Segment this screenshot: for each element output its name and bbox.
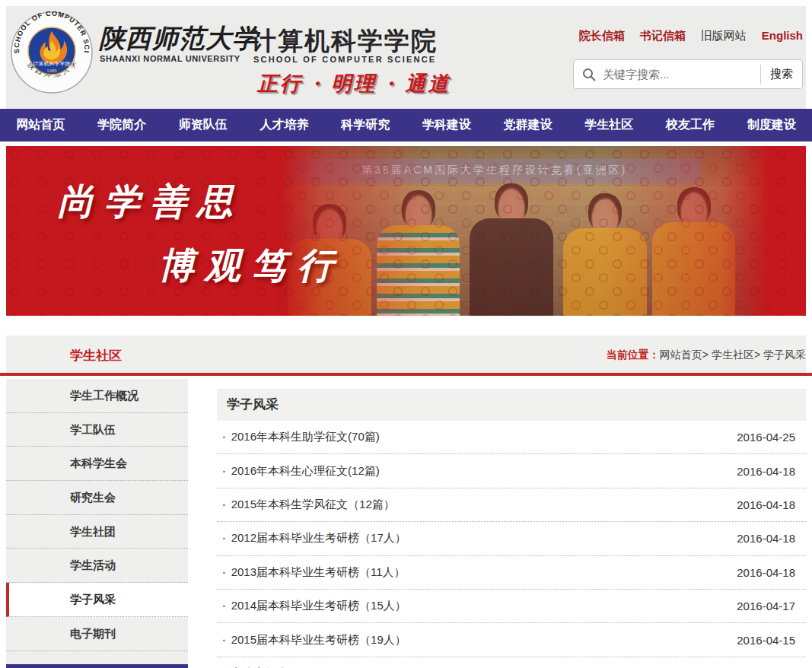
sidebar-bottom-bar (6, 664, 188, 668)
search-icon (581, 67, 597, 82)
nav-item[interactable]: 师资队伍 (162, 109, 244, 142)
site-header: SCHOOL OF COMPUTER SCIENCE 陕西师范大学 计算机科学学… (6, 6, 806, 109)
article-title[interactable]: 2015届本科毕业生考研榜（19人） (231, 633, 406, 647)
nav-item[interactable]: 科学研究 (325, 109, 406, 142)
nav-item[interactable]: 学科建设 (406, 109, 488, 142)
sidebar-item[interactable]: 学子风采 (6, 583, 188, 617)
bullet-icon: · (221, 563, 227, 581)
breadcrumb[interactable]: 当前位置：网站首页> 学生社区> 学子风采 (607, 348, 806, 362)
sidebar-item[interactable]: 本科学生会 (6, 447, 188, 481)
article-row[interactable]: · 2013届本科毕业生考研榜（11人） 2016-04-18 (217, 556, 806, 590)
nav-item[interactable]: 制度建设 (731, 109, 812, 142)
article-title[interactable]: 2015年本科生学风征文（12篇） (231, 498, 395, 512)
article-title[interactable]: 2016年本科生心理征文(12篇) (231, 464, 380, 479)
sidebar-menu: 学生工作概况学工队伍本科学生会研究生会学生社团学生活动学子风采电子期刊 (6, 379, 188, 668)
breadcrumb-label: 当前位置： (607, 348, 660, 361)
student-figure (563, 193, 647, 316)
nav-item[interactable]: 学生社区 (568, 109, 650, 142)
top-links: 院长信箱 书记信箱 旧版网站 English (579, 29, 803, 43)
search-input[interactable] (597, 68, 760, 81)
article-date: 2016-04-18 (737, 566, 806, 579)
nav-item[interactable]: 人才培养 (244, 109, 325, 142)
article-date: 2016-04-18 (737, 532, 806, 545)
university-name-en: SHAANXI NORMAL UNIVERSITY (100, 54, 240, 63)
article-list: · 2016年本科生助学征文(70篇) 2016-04-25 · 2016年本科… (217, 421, 806, 668)
section-title: 学生社区 (70, 347, 122, 364)
banner-slogan-line1: 尚学善思 (58, 178, 244, 226)
article-date: 2016-04-17 (737, 600, 806, 612)
bullet-icon: · (221, 462, 227, 479)
search-box: 搜索 (573, 59, 803, 89)
article-title[interactable]: 2012届本科毕业生考研榜（17人） (231, 531, 406, 546)
nav-item[interactable]: 学院简介 (81, 109, 163, 142)
search-button[interactable]: 搜索 (761, 60, 802, 88)
student-figure (470, 183, 553, 316)
article-date: 2016-04-18 (737, 498, 806, 511)
school-logo: SCHOOL OF COMPUTER SCIENCE 陕西师范大学 计算机科学学… (11, 11, 93, 94)
students-photo: 第38届ACM国际大学生程序设计竞赛(亚洲区) (278, 146, 769, 316)
school-name-en: SCHOOL OF COMPUTER SCIENCE (253, 55, 436, 64)
article-row[interactable]: · 2016年本科生心理征文(12篇) 2016-04-18 (217, 454, 806, 488)
university-name-cn: 陕西师范大学 (99, 21, 259, 56)
school-motto: 正行 · 明理 · 通道 (257, 70, 451, 97)
sidebar-item[interactable]: 学工队伍 (6, 413, 188, 447)
nav-item[interactable]: 校友工作 (650, 109, 731, 142)
main-nav: 网站首页学院简介师资队伍人才培养科学研究学科建设党群建设学生社区校友工作制度建设 (0, 109, 812, 142)
logo-year: 1985 (46, 68, 57, 73)
sidebar-item[interactable]: 学生社团 (6, 515, 188, 549)
article-title[interactable]: 2016年本科生助学征文(70篇) (231, 430, 380, 444)
hero-banner: 第38届ACM国际大学生程序设计竞赛(亚洲区) 尚学善思 博观笃行 (6, 146, 806, 316)
article-row[interactable]: · 2015年本科生学风征文（12篇） 2016-04-18 (217, 488, 806, 522)
bullet-icon: · (221, 596, 227, 614)
banner-slogan-line2: 博观笃行 (158, 242, 344, 290)
page: SCHOOL OF COMPUTER SCIENCE 陕西师范大学 计算机科学学… (0, 0, 812, 668)
student-figure (377, 190, 460, 316)
sidebar-item[interactable]: 电子期刊 (6, 617, 188, 651)
acm-banner-text: 第38届ACM国际大学生程序设计竞赛(亚洲区) (288, 158, 701, 183)
student-figure (652, 187, 736, 316)
link-english[interactable]: English (762, 29, 803, 43)
link-secretary-mailbox[interactable]: 书记信箱 (640, 29, 686, 43)
article-date: 2016-04-25 (737, 431, 806, 444)
link-dean-mailbox[interactable]: 院长信箱 (579, 29, 625, 43)
article-row[interactable]: · 2015届本科毕业生考研榜（19人） 2016-04-15 (217, 623, 806, 657)
nav-item[interactable]: 党群建设 (487, 109, 568, 142)
section-bar: 学生社区 当前位置：网站首页> 学生社区> 学子风采 (6, 336, 806, 373)
bullet-icon: · (221, 428, 227, 445)
article-date: 2016-04-15 (737, 634, 806, 647)
bullet-icon: · (221, 631, 227, 648)
school-name-cn: 计算机科学学院 (251, 24, 438, 59)
bullet-icon: · (221, 495, 227, 513)
breadcrumb-path[interactable]: 网站首页> 学生社区> 学子风采 (660, 348, 806, 361)
main-content: 学子风采 · 2016年本科生助学征文(70篇) 2016-04-25 · 20… (217, 389, 806, 668)
article-row[interactable]: · 交流交换生（14人） 2016-04-15 (217, 657, 806, 668)
bullet-icon: · (221, 529, 227, 546)
article-row[interactable]: · 2016年本科生助学征文(70篇) 2016-04-25 (217, 421, 806, 454)
article-row[interactable]: · 2014届本科毕业生考研榜（15人） 2016-04-17 (217, 590, 806, 623)
article-title[interactable]: 2013届本科毕业生考研榜（11人） (231, 565, 406, 580)
logo-center-text: 计算机科学学院 (33, 61, 71, 67)
sidebar-item[interactable]: 学生活动 (6, 549, 188, 583)
section-divider (0, 373, 812, 376)
link-old-site[interactable]: 旧版网站 (701, 29, 747, 43)
article-row[interactable]: · 2012届本科毕业生考研榜（17人） 2016-04-18 (217, 522, 806, 555)
sidebar-item[interactable]: 研究生会 (6, 481, 188, 515)
bullet-icon: · (221, 664, 227, 668)
article-date: 2016-04-18 (737, 465, 806, 478)
article-title[interactable]: 2014届本科毕业生考研榜（15人） (231, 599, 406, 613)
list-title: 学子风采 (217, 389, 806, 421)
sidebar-item[interactable]: 学生工作概况 (6, 379, 188, 413)
nav-item[interactable]: 网站首页 (0, 109, 81, 142)
